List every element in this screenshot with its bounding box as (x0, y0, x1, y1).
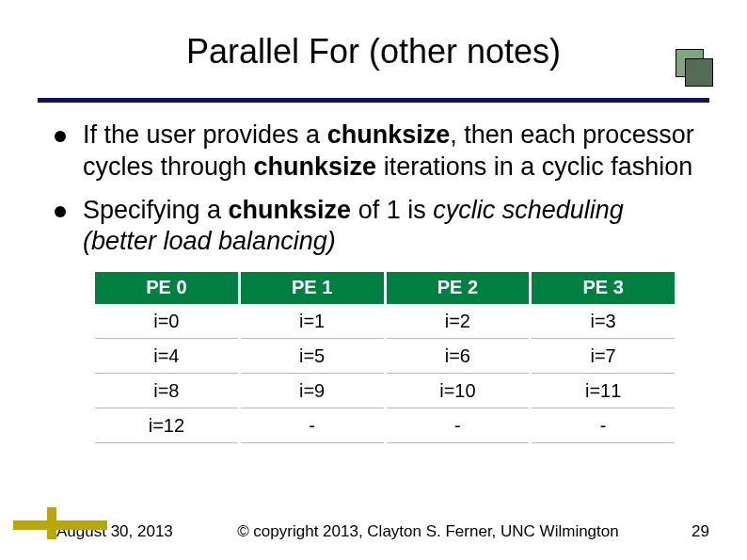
footer: August 30, 2013 © copyright 2013, Clayto… (0, 522, 747, 541)
table-cell: i=11 (532, 375, 675, 408)
table-cell: - (387, 409, 530, 443)
table-row: i=8i=9i=10i=11 (95, 375, 675, 408)
table-cell: - (532, 409, 675, 443)
title-decoration-icon (675, 49, 713, 87)
slide: Parallel For (other notes) If the user p… (0, 0, 747, 560)
table-cell: i=0 (95, 305, 238, 339)
footer-page-number: 29 (672, 522, 709, 541)
table-cell: i=6 (387, 340, 530, 374)
content-area: If the user provides a chunksize, then e… (38, 103, 709, 444)
table-cell: i=2 (387, 305, 530, 339)
table-cell: i=4 (95, 340, 238, 374)
table-cell: i=10 (387, 375, 530, 408)
table-cell: i=5 (241, 340, 384, 374)
table-cell: i=3 (532, 305, 675, 339)
bullet-dot-icon (55, 206, 66, 217)
bullet-item: Specifying a chunksize of 1 is cyclic sc… (55, 195, 696, 259)
footer-cross-icon (13, 515, 107, 541)
table-header: PE 3 (532, 272, 675, 304)
table-cell: i=1 (241, 305, 384, 339)
bullet-text: If the user provides a chunksize, then e… (83, 120, 696, 184)
table-cell: - (241, 409, 384, 443)
title-row: Parallel For (other notes) (38, 26, 709, 92)
bullet-item: If the user provides a chunksize, then e… (55, 120, 696, 184)
table-cell: i=9 (241, 375, 384, 408)
slide-title: Parallel For (other notes) (38, 26, 709, 72)
table-row: i=4i=5i=6i=7 (95, 340, 675, 374)
bullet-dot-icon (55, 131, 66, 142)
table-header: PE 1 (241, 272, 384, 304)
table-cell: i=7 (532, 340, 675, 374)
bullet-text: Specifying a chunksize of 1 is cyclic sc… (83, 195, 696, 259)
table-cell: i=12 (95, 409, 238, 443)
footer-copyright: © copyright 2013, Clayton S. Ferner, UNC… (184, 522, 672, 541)
table-header: PE 2 (387, 272, 530, 304)
table-row: i=12--- (95, 409, 675, 443)
schedule-table: PE 0PE 1PE 2PE 3 i=0i=1i=2i=3i=4i=5i=6i=… (92, 271, 677, 444)
table-cell: i=8 (95, 375, 238, 408)
table-header: PE 0 (95, 272, 238, 304)
table-row: i=0i=1i=2i=3 (95, 305, 675, 339)
